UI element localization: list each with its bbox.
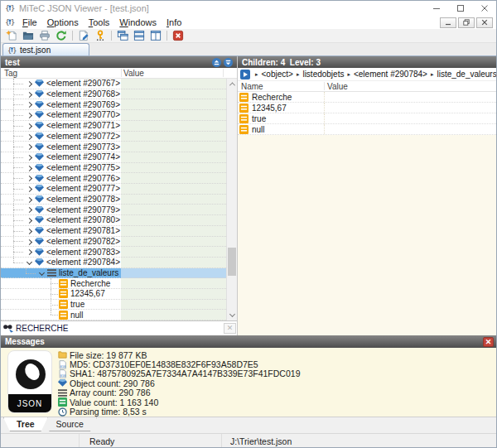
scroll-down-icon[interactable]	[227, 310, 237, 320]
tree-row[interactable]: <element #290777>	[1, 184, 226, 195]
tree-row[interactable]: Recherche	[1, 278, 226, 289]
expand-arrow-icon[interactable]	[24, 152, 35, 162]
tree-row[interactable]: <element #290782>	[1, 237, 226, 248]
tree-row[interactable]: <element #290776>	[1, 173, 226, 184]
expand-arrow-icon[interactable]	[24, 215, 35, 225]
expand-arrow-icon[interactable]	[24, 184, 35, 194]
menu-file[interactable]: File	[17, 17, 42, 27]
tree-row[interactable]: <element #290780>	[1, 215, 226, 226]
tree-row[interactable]: <element #290783>	[1, 247, 226, 258]
expand-arrow-icon[interactable]	[24, 237, 35, 247]
tree-row[interactable]: liste_de_valeurs	[1, 268, 226, 279]
expand-arrow-icon[interactable]	[24, 110, 35, 120]
breadcrumb-item[interactable]: <element #290784>	[354, 70, 427, 79]
children-row[interactable]: Recherche	[238, 92, 496, 103]
maximize-button[interactable]	[448, 1, 472, 16]
refresh-icon[interactable]	[53, 29, 70, 42]
expand-all-button[interactable]	[224, 58, 233, 67]
children-row[interactable]: true	[238, 113, 496, 124]
object-icon	[35, 258, 44, 267]
tree-row[interactable]: null	[1, 310, 226, 320]
tree-row[interactable]: <element #290773>	[1, 142, 226, 152]
expand-arrow-icon[interactable]	[24, 142, 35, 152]
minimize-button[interactable]	[424, 1, 448, 16]
expand-arrow-icon[interactable]	[24, 121, 35, 131]
expand-arrow-icon[interactable]	[24, 79, 35, 89]
search-input[interactable]	[14, 324, 224, 333]
object-icon	[35, 195, 44, 204]
expand-arrow-icon[interactable]	[24, 205, 35, 214]
expand-arrow-icon[interactable]	[24, 132, 35, 142]
expand-arrow-icon[interactable]	[24, 195, 35, 205]
search-clear-icon[interactable]: ✕	[224, 323, 236, 334]
tree-row[interactable]: <element #290781>	[1, 226, 226, 237]
tree-row[interactable]: <element #290774>	[1, 152, 226, 163]
cascade-windows-icon[interactable]	[114, 29, 131, 42]
tree-node-label: <element #290768>	[46, 89, 120, 99]
collapse-arrow-icon[interactable]	[24, 258, 35, 267]
mdi-minimize-button[interactable]	[440, 17, 456, 28]
breadcrumb-item[interactable]: liste_de_valeurs	[437, 70, 496, 79]
new-file-icon[interactable]	[3, 29, 20, 42]
tab-test-json[interactable]: {} test.json	[2, 43, 89, 55]
children-row[interactable]: 12345,67	[238, 103, 496, 113]
object-icon	[35, 100, 44, 109]
svg-text:{: {	[5, 3, 10, 12]
tree-row[interactable]: <element #290767>	[1, 79, 226, 89]
breadcrumb-items: ▸<object>▸listedobjets▸<element #290784>…	[252, 70, 497, 79]
children-row[interactable]: null	[238, 124, 496, 135]
menu-info[interactable]: Info	[162, 17, 186, 27]
collapse-all-button[interactable]	[212, 58, 221, 67]
tab-source[interactable]: Source	[43, 417, 97, 431]
view-tabs: TreeSource	[1, 417, 496, 433]
scroll-up-icon[interactable]	[227, 79, 237, 89]
expand-arrow-icon[interactable]	[24, 226, 35, 236]
edit-icon[interactable]	[75, 29, 92, 42]
tree-connector	[11, 89, 24, 99]
close-button[interactable]	[472, 1, 496, 16]
mdi-restore-button[interactable]	[458, 17, 475, 28]
expand-arrow-icon[interactable]	[24, 89, 35, 99]
open-folder-icon[interactable]	[20, 29, 36, 42]
scrollbar-thumb[interactable]	[228, 248, 236, 276]
tree-row[interactable]: <element #290769>	[1, 99, 226, 110]
tree-row[interactable]: <element #290768>	[1, 89, 226, 100]
column-header-value[interactable]: Value	[327, 82, 348, 91]
json-logo-label: JSON	[8, 394, 51, 412]
column-header-name[interactable]: Name	[241, 82, 263, 91]
title-bar: {} MiTeC JSON Viewer - [test.json]	[1, 1, 496, 16]
collapse-arrow-icon[interactable]	[36, 268, 47, 278]
close-file-icon[interactable]	[170, 29, 186, 42]
breadcrumb-item[interactable]: listedobjets	[302, 70, 344, 79]
tree-row[interactable]: <element #290779>	[1, 205, 226, 215]
key-icon[interactable]	[92, 29, 109, 42]
message-text: MD5: CD37310EF0E14838E832F6F93A58D7E5	[70, 359, 258, 369]
tree-row[interactable]: <element #290772>	[1, 132, 226, 142]
tree-row[interactable]: <element #290770>	[1, 110, 226, 121]
expand-arrow-icon[interactable]	[24, 99, 35, 109]
tile-vertical-icon[interactable]	[147, 29, 164, 42]
tree-row[interactable]: <element #290775>	[1, 163, 226, 174]
tree-row[interactable]: <element #290784>	[1, 258, 226, 268]
column-header-tag[interactable]: Tag	[4, 69, 17, 78]
expand-arrow-icon[interactable]	[24, 173, 35, 183]
tree-row[interactable]: true	[1, 300, 226, 311]
print-icon[interactable]	[36, 29, 53, 42]
expand-arrow-icon[interactable]	[24, 163, 35, 173]
tree-row[interactable]: <element #290778>	[1, 195, 226, 205]
tile-horizontal-icon[interactable]	[131, 29, 147, 42]
tree-scrollbar[interactable]	[226, 79, 237, 320]
menu-windows[interactable]: Windows	[114, 17, 162, 27]
expand-arrow-icon[interactable]	[24, 247, 35, 257]
mdi-close-button[interactable]	[476, 17, 493, 28]
tree-column-headers: Tag Value	[1, 68, 237, 79]
tree-row[interactable]: <element #290771>	[1, 121, 226, 132]
menu-options[interactable]: Options	[42, 17, 84, 27]
column-header-value[interactable]: Value	[123, 69, 144, 78]
menu-tools[interactable]: Tools	[84, 17, 115, 27]
messages-close-icon[interactable]: ✕	[483, 337, 494, 347]
breadcrumb-item[interactable]: <object>	[262, 70, 293, 79]
message-line: 010MD5: CD37310EF0E14838E832F6F93A58D7E5	[58, 359, 300, 369]
tab-tree[interactable]: Tree	[3, 417, 48, 431]
tree-row[interactable]: 12345,67	[1, 289, 226, 300]
